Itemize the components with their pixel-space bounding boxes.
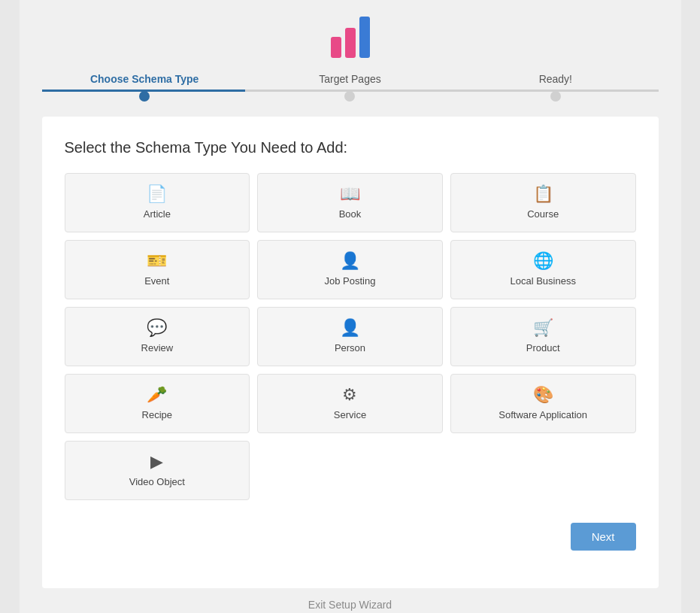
step-target-pages-label: Target Pages <box>319 73 381 85</box>
service-icon: ⚙ <box>342 387 357 403</box>
video-object-label: Video Object <box>129 476 185 487</box>
event-label: Event <box>144 275 169 287</box>
schema-btn-job-posting[interactable]: 👤Job Posting <box>257 240 443 299</box>
schema-btn-book[interactable]: 📖Book <box>257 173 443 232</box>
stepper: Choose Schema Type Target Pages Ready! <box>42 73 659 102</box>
software-application-icon: 🎨 <box>533 387 553 403</box>
local-business-label: Local Business <box>510 275 575 287</box>
step-choose-schema-dot <box>139 91 150 102</box>
logo-area <box>42 13 659 58</box>
schema-btn-course[interactable]: 📋Course <box>450 173 636 232</box>
job-posting-label: Job Posting <box>325 275 376 287</box>
schema-btn-video-object[interactable]: ▶Video Object <box>65 441 250 500</box>
schema-btn-review[interactable]: 💬Review <box>65 307 250 366</box>
article-icon: 📄 <box>147 186 167 202</box>
course-icon: 📋 <box>533 186 553 202</box>
video-object-icon: ▶ <box>150 454 163 470</box>
local-business-icon: 🌐 <box>533 253 553 269</box>
schema-btn-event[interactable]: 🎫Event <box>65 240 250 299</box>
panel-title: Select the Schema Type You Need to Add: <box>65 139 636 156</box>
schema-btn-local-business[interactable]: 🌐Local Business <box>450 240 636 299</box>
btn-row: Next <box>65 515 636 566</box>
product-icon: 🛒 <box>533 320 553 336</box>
person-icon: 👤 <box>340 320 360 336</box>
logo-bar-3 <box>359 17 370 58</box>
step-target-pages: Target Pages <box>247 73 453 102</box>
step-ready: Ready! <box>453 73 658 102</box>
schema-grid: 📄Article📖Book📋Course🎫Event👤Job Posting🌐L… <box>65 173 636 500</box>
review-label: Review <box>141 342 174 354</box>
schema-btn-software-application[interactable]: 🎨Software Application <box>450 374 636 433</box>
outer-container: Choose Schema Type Target Pages Ready! S… <box>0 0 700 613</box>
software-application-label: Software Application <box>498 409 587 420</box>
book-label: Book <box>339 208 362 220</box>
exit-setup-wizard[interactable]: Exit Setup Wizard <box>42 588 659 613</box>
product-label: Product <box>526 342 560 354</box>
schema-btn-service[interactable]: ⚙Service <box>257 374 443 433</box>
logo-bar-1 <box>331 37 341 58</box>
wizard-wrapper: Choose Schema Type Target Pages Ready! S… <box>20 0 681 613</box>
article-label: Article <box>144 208 171 220</box>
step-choose-schema: Choose Schema Type <box>42 73 247 102</box>
step-ready-label: Ready! <box>539 73 572 85</box>
next-button[interactable]: Next <box>571 523 636 551</box>
step-choose-schema-label: Choose Schema Type <box>90 73 198 85</box>
schema-btn-recipe[interactable]: 🥕Recipe <box>65 374 250 433</box>
person-label: Person <box>335 342 365 354</box>
logo-bar-2 <box>345 28 356 58</box>
step-ready-dot <box>550 91 561 102</box>
book-icon: 📖 <box>340 186 360 202</box>
schema-btn-person[interactable]: 👤Person <box>257 307 443 366</box>
schema-btn-article[interactable]: 📄Article <box>65 173 250 232</box>
logo-icon <box>331 13 370 58</box>
schema-btn-product[interactable]: 🛒Product <box>450 307 636 366</box>
event-icon: 🎫 <box>147 253 167 269</box>
service-label: Service <box>334 409 366 420</box>
content-panel: Select the Schema Type You Need to Add: … <box>42 117 659 588</box>
job-posting-icon: 👤 <box>340 253 360 269</box>
course-label: Course <box>527 208 559 220</box>
recipe-label: Recipe <box>142 409 172 420</box>
review-icon: 💬 <box>147 320 167 336</box>
recipe-icon: 🥕 <box>147 387 167 403</box>
step-target-pages-dot <box>344 91 355 102</box>
